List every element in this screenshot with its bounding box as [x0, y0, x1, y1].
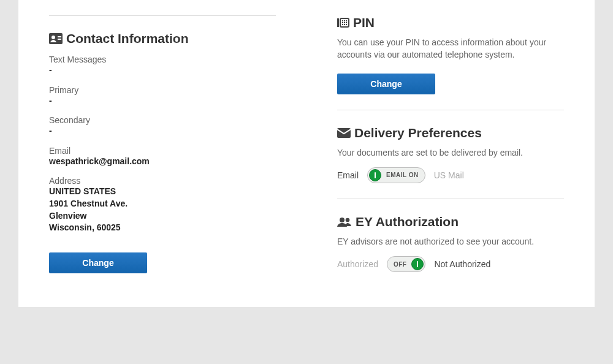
- change-pin-button[interactable]: Change: [337, 74, 435, 94]
- pin-keypad-icon: [337, 17, 349, 28]
- pin-heading: PIN: [337, 15, 564, 30]
- divider: [337, 110, 564, 110]
- pin-title: PIN: [353, 15, 375, 30]
- toggle-knob-icon: [411, 258, 424, 270]
- text-messages-value: -: [49, 64, 276, 77]
- svg-rect-14: [346, 24, 347, 25]
- secondary-value: -: [49, 125, 276, 137]
- pin-section: PIN You can use your PIN to access infor…: [337, 15, 564, 94]
- address-country: UNITED STATES: [49, 186, 276, 198]
- primary-label: Primary: [49, 85, 276, 95]
- delivery-toggle-row: Email EMAIL ON US Mail: [337, 167, 564, 183]
- ey-title: EY Authorization: [356, 214, 459, 229]
- ey-heading: EY Authorization: [337, 214, 564, 229]
- svg-rect-11: [346, 22, 347, 23]
- svg-rect-13: [344, 24, 345, 25]
- delivery-toggle-text: EMAIL ON: [381, 172, 424, 178]
- divider: [49, 15, 276, 16]
- contact-card-icon: [49, 33, 63, 44]
- ey-description: EY advisors are not authorized to see yo…: [337, 235, 564, 248]
- delivery-option-email: Email: [337, 170, 359, 180]
- envelope-icon: [337, 128, 351, 138]
- ey-authorization-section: EY Authorization EY advisors are not aut…: [337, 214, 564, 272]
- svg-rect-4: [337, 18, 339, 27]
- address-city: Glenview: [49, 210, 276, 222]
- contact-info-title: Contact Information: [66, 31, 189, 46]
- svg-rect-8: [346, 20, 347, 21]
- email-label: Email: [49, 146, 276, 156]
- ey-option-not-authorized: Not Authorized: [434, 259, 490, 269]
- text-messages-label: Text Messages: [49, 55, 276, 64]
- svg-rect-3: [58, 39, 61, 40]
- toggle-knob-icon: [369, 169, 381, 181]
- people-icon: [337, 217, 352, 227]
- svg-rect-2: [58, 36, 61, 37]
- address-street: 1901 Chestnut Ave.: [49, 198, 276, 210]
- divider: [337, 199, 564, 199]
- svg-point-16: [340, 218, 345, 222]
- delivery-preferences-section: Delivery Preferences Your documents are …: [337, 126, 564, 183]
- secondary-label: Secondary: [49, 115, 276, 125]
- ey-toggle[interactable]: OFF: [387, 256, 426, 272]
- svg-rect-9: [342, 22, 343, 23]
- delivery-description: Your documents are set to be delivered b…: [337, 146, 564, 159]
- change-contact-button[interactable]: Change: [49, 252, 147, 273]
- svg-point-1: [51, 36, 55, 39]
- primary-value: -: [49, 95, 276, 107]
- ey-toggle-text: OFF: [389, 261, 412, 268]
- delivery-heading: Delivery Preferences: [337, 126, 564, 140]
- svg-rect-6: [342, 20, 343, 21]
- delivery-title: Delivery Preferences: [354, 126, 482, 140]
- delivery-toggle[interactable]: EMAIL ON: [367, 167, 425, 183]
- ey-option-authorized: Authorized: [337, 259, 378, 269]
- svg-point-17: [346, 218, 350, 222]
- address-state-zip: Wisconsin, 60025: [49, 222, 276, 234]
- pin-description: You can use your PIN to access informati…: [337, 36, 564, 61]
- svg-rect-12: [342, 24, 343, 25]
- svg-rect-7: [344, 20, 345, 21]
- contact-information-section: Contact Information Text Messages - Prim…: [49, 0, 276, 273]
- email-value: wespathrick@gmail.com: [49, 156, 276, 168]
- ey-toggle-row: Authorized OFF Not Authorized: [337, 256, 564, 272]
- contact-info-heading: Contact Information: [49, 31, 276, 46]
- address-label: Address: [49, 176, 276, 186]
- delivery-option-usmail: US Mail: [434, 170, 464, 180]
- svg-rect-10: [344, 22, 345, 23]
